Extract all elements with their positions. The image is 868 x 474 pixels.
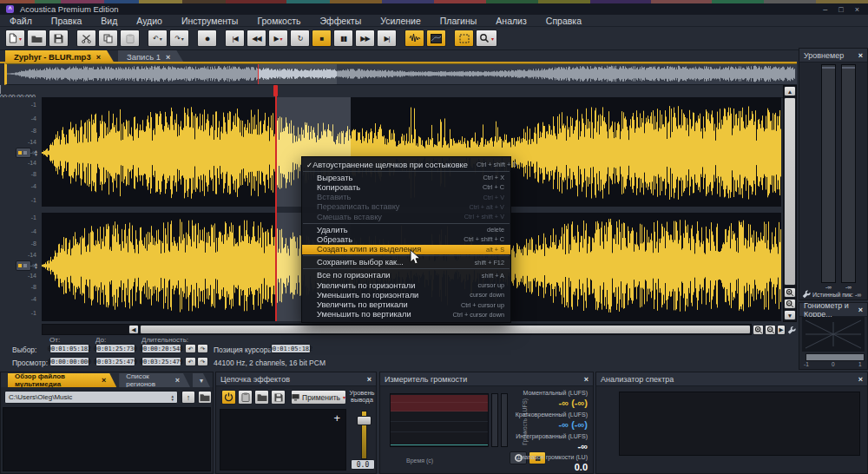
dropdown-arrow-icon[interactable]: ▾ (160, 36, 162, 42)
apply-chain-button[interactable]: Применить ▾ (291, 390, 346, 405)
menu-item-7[interactable]: Усиление (371, 16, 431, 26)
selection-tool-button[interactable] (454, 30, 474, 47)
close-panel-icon[interactable]: × (584, 375, 589, 384)
pause-button[interactable]: ▮▮ (333, 30, 353, 47)
view-to-field[interactable]: 00:03:25:479 (95, 357, 135, 366)
chain-power-button[interactable] (221, 390, 236, 405)
close-panel-icon[interactable]: × (858, 306, 863, 314)
scroll-left-button[interactable]: ◀ (128, 325, 139, 334)
close-tab-icon[interactable]: × (166, 53, 170, 62)
menu-item-9[interactable]: Анализ (486, 16, 536, 26)
selection-undo-button[interactable]: ↶ (185, 344, 196, 353)
cursor-position-field[interactable]: 00:01:05:182 (271, 344, 311, 353)
context-item-0[interactable]: ✓Автоустранение щелчков при состыковкеCt… (302, 160, 510, 169)
waveform-settings-button[interactable] (786, 325, 797, 335)
close-tab-icon[interactable]: × (175, 376, 180, 385)
spinner-icon[interactable]: ▴▾ (171, 394, 174, 401)
paste-button[interactable] (120, 30, 140, 47)
record-button[interactable]: ● (197, 30, 217, 47)
horizontal-scroll-thumb[interactable] (140, 325, 751, 334)
add-effect-icon[interactable]: + (333, 411, 340, 425)
selection-from-field[interactable]: 00:01:05:182 (49, 344, 89, 353)
zoom-tool-button[interactable]: ▾ (476, 30, 497, 47)
minimize-icon[interactable]: – (823, 5, 827, 14)
waveform-view-button[interactable] (404, 30, 424, 47)
tab-region-list[interactable]: Список регионов × (119, 373, 190, 387)
context-item-12[interactable]: Сохранить выбор как...shift + F12 (302, 258, 510, 267)
zoom-in-button[interactable] (753, 325, 764, 335)
context-item-14[interactable]: Все по горизонталиshift + A (302, 271, 510, 280)
cut-button[interactable] (76, 30, 96, 47)
context-item-16[interactable]: Уменьшить по горизонталиcursor down (302, 290, 510, 300)
output-level-value[interactable]: 0.0 (351, 459, 375, 470)
dropdown-arrow-icon[interactable]: ▾ (280, 36, 283, 42)
close-panel-icon[interactable]: × (858, 375, 863, 384)
dropdown-arrow-icon[interactable]: ▾ (181, 36, 184, 42)
close-tab-icon[interactable]: × (102, 376, 106, 385)
close-icon[interactable]: × (855, 5, 859, 14)
save-file-button[interactable] (49, 30, 69, 47)
loop-button[interactable]: ↻ (290, 30, 310, 47)
menu-item-3[interactable]: Аудио (127, 16, 172, 26)
wrench-icon[interactable] (802, 290, 811, 299)
spectral-view-button[interactable] (426, 30, 446, 47)
rewind-button[interactable]: ◀◀ (247, 30, 266, 47)
zoom-in-vertical-button[interactable] (784, 287, 796, 298)
context-item-6[interactable]: Смешать вставкуCtrl + shift + V (302, 212, 510, 221)
up-folder-button[interactable]: ↑ (181, 391, 195, 404)
context-item-17[interactable]: Увеличить по вертикалиCtrl + cursor up (302, 300, 510, 309)
playhead-marker[interactable] (273, 85, 278, 96)
play-button[interactable]: ▶▾ (268, 30, 288, 47)
effect-chain-list[interactable]: + (220, 409, 346, 471)
maximize-icon[interactable]: □ (838, 5, 843, 14)
redo-button[interactable]: ↷▾ (169, 30, 189, 47)
go-end-button[interactable]: ▶| (377, 30, 397, 47)
chain-paste-button[interactable] (238, 390, 253, 405)
close-panel-icon[interactable]: × (858, 51, 863, 60)
context-item-4[interactable]: ВставитьCtrl + V (302, 193, 510, 202)
tab-media-browser[interactable]: Обзор файлов мультимедиа × (8, 373, 116, 387)
overview-strip[interactable] (4, 63, 797, 85)
chain-save-button[interactable] (271, 390, 286, 405)
new-file-button[interactable]: ▾ (5, 30, 25, 47)
scroll-down-button[interactable]: ▼ (784, 310, 796, 320)
context-item-9[interactable]: ОбрезатьCtrl + shift + C (302, 234, 510, 244)
overview-waveform-canvas[interactable] (7, 64, 795, 84)
menu-item-4[interactable]: Инструменты (172, 16, 247, 26)
view-from-field[interactable]: 00:00:00:000 (49, 357, 89, 366)
context-item-15[interactable]: Увеличить по горизонталиcursor up (302, 280, 510, 290)
output-level-thumb[interactable] (357, 416, 372, 425)
open-file-button[interactable] (27, 30, 47, 47)
menu-item-8[interactable]: Плагины (431, 16, 487, 26)
menu-item-0[interactable]: Файл (0, 16, 42, 26)
zoom-out-button[interactable] (765, 325, 776, 335)
close-tab-icon[interactable]: × (96, 53, 101, 62)
path-combobox[interactable]: C:\Users\Oleg\Music ▴▾ (4, 391, 178, 404)
chain-open-button[interactable] (254, 390, 269, 405)
menu-item-6[interactable]: Эффекты (310, 16, 371, 26)
undo-button[interactable]: ↶▾ (148, 30, 168, 47)
zoom-out-vertical-button[interactable] (784, 299, 796, 309)
context-item-2[interactable]: ВырезатьCtrl + X (302, 173, 510, 182)
context-item-5[interactable]: Перезаписать вставкуCtrl + alt + V (302, 202, 510, 212)
file-list[interactable] (3, 407, 211, 471)
browse-folder-button[interactable] (198, 391, 212, 404)
stop-button[interactable]: ■ (312, 30, 332, 47)
vertical-scroll-thumb[interactable] (784, 97, 796, 286)
menu-item-10[interactable]: Справка (536, 16, 591, 26)
close-panel-icon[interactable]: × (367, 375, 372, 384)
menu-item-5[interactable]: Громкость (247, 16, 310, 26)
context-item-18[interactable]: Уменьшить по вертикалиCtrl + cursor down (302, 310, 510, 319)
view-length-field[interactable]: 00:03:25:479 (141, 357, 181, 366)
view-redo-button[interactable]: ↷ (197, 357, 208, 366)
context-item-8[interactable]: Удалитьdelete (302, 225, 510, 234)
dropdown-arrow-icon[interactable]: ▾ (19, 36, 22, 42)
view-undo-button[interactable]: ↶ (185, 357, 196, 366)
go-start-button[interactable]: |◀ (225, 30, 245, 47)
context-item-3[interactable]: КопироватьCtrl + C (302, 182, 510, 192)
scroll-right-button[interactable]: ▶ (777, 325, 786, 335)
copy-button[interactable] (98, 30, 118, 47)
tab-overflow[interactable]: ▾ (193, 373, 210, 387)
fast-forward-button[interactable]: ▶▶ (355, 30, 375, 47)
scroll-up-button[interactable]: ▲ (784, 86, 796, 96)
